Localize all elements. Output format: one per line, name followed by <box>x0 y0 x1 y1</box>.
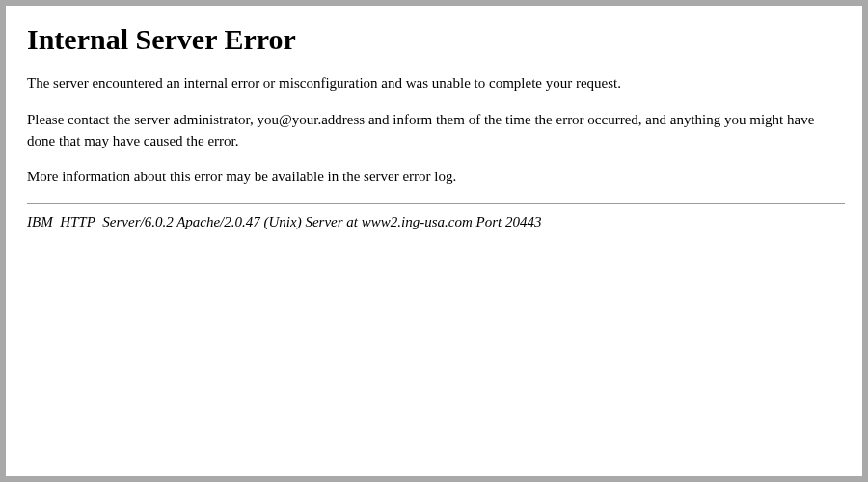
server-signature: IBM_HTTP_Server/6.0.2 Apache/2.0.47 (Uni… <box>27 214 845 230</box>
page-title: Internal Server Error <box>27 23 845 56</box>
error-log-note: More information about this error may be… <box>27 167 845 188</box>
error-description: The server encountered an internal error… <box>27 73 845 94</box>
error-page: Internal Server Error The server encount… <box>6 6 862 476</box>
divider <box>27 203 845 204</box>
error-contact-info: Please contact the server administrator,… <box>27 110 845 152</box>
